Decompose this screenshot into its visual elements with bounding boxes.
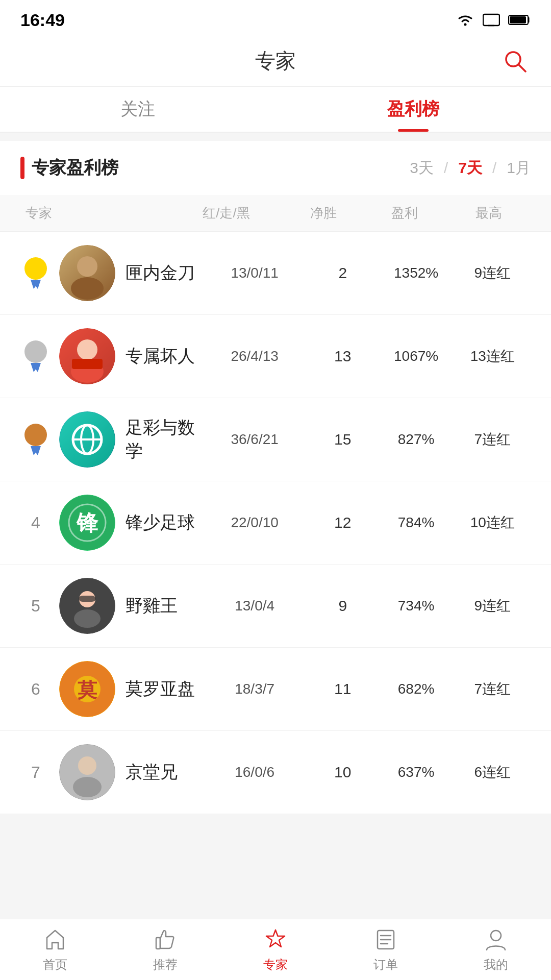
section-title: 专家盈利榜 [32, 156, 118, 180]
best-val: 9连红 [454, 263, 531, 283]
profit-val: 682% [378, 681, 455, 697]
search-button[interactable] [500, 46, 531, 77]
header: 专家 [0, 36, 551, 87]
svg-point-22 [74, 609, 101, 628]
period-7days[interactable]: 7天 [458, 158, 482, 179]
svg-text:锋: 锋 [76, 511, 98, 535]
period-1month[interactable]: 1月 [507, 158, 531, 179]
svg-point-8 [71, 277, 104, 300]
record-val: 16/0/6 [202, 764, 308, 780]
svg-point-28 [78, 756, 96, 775]
svg-rect-23 [79, 596, 96, 602]
profit-val: 784% [378, 514, 455, 531]
nav-label-order: 订单 [373, 957, 398, 973]
avatar [59, 328, 115, 384]
svg-point-10 [77, 339, 97, 360]
expert-name: 京堂兄 [126, 761, 202, 784]
rank-item[interactable]: 匣内金刀 13/0/11 2 1352% 9连红 [0, 232, 551, 315]
best-val: 13连红 [454, 347, 531, 366]
record-val: 18/3/7 [202, 681, 308, 697]
section-bar [20, 157, 24, 179]
screen-icon [483, 13, 500, 27]
page-title: 专家 [255, 47, 296, 75]
status-time: 16:49 [20, 10, 65, 30]
period-3days[interactable]: 3天 [410, 158, 434, 179]
status-bar: 16:49 [0, 0, 551, 36]
profit-val: 637% [378, 764, 455, 780]
expert-name: 专属坏人 [126, 345, 202, 368]
rank-number-5: 5 [20, 597, 51, 616]
rank-item[interactable]: 足彩与数学 36/6/21 15 827% 7连红 [0, 398, 551, 481]
svg-text:莫: 莫 [78, 679, 97, 701]
svg-line-6 [518, 64, 525, 71]
profit-val: 1352% [378, 265, 455, 281]
svg-point-35 [491, 930, 501, 941]
best-val: 7连红 [454, 679, 531, 699]
nav-label-mine: 我的 [484, 957, 508, 973]
rank-item[interactable]: 5 野雞王 13/0/4 9 734% 9连红 [0, 565, 551, 648]
expert-name: 匣内金刀 [126, 261, 202, 285]
net-val: 12 [308, 514, 378, 531]
svg-rect-30 [156, 938, 160, 949]
best-val: 6连红 [454, 763, 531, 782]
record-val: 26/4/13 [202, 348, 308, 364]
net-val: 15 [308, 431, 378, 448]
section-header: 专家盈利榜 3天 / 7天 / 1月 [0, 141, 551, 195]
rank-item[interactable]: 6 莫 莫罗亚盘 18/3/7 11 682% 7连红 [0, 648, 551, 731]
rank-item[interactable]: 专属坏人 26/4/13 13 1067% 13连红 [0, 315, 551, 398]
period-filter: 3天 / 7天 / 1月 [410, 158, 531, 179]
record-val: 13/0/4 [202, 598, 308, 614]
col-header-profit: 盈利 [362, 204, 446, 222]
best-val: 9连红 [454, 596, 531, 616]
rank-medal-2 [20, 340, 51, 372]
search-icon [502, 48, 529, 75]
rank-number-6: 6 [20, 680, 51, 699]
svg-rect-4 [510, 16, 526, 23]
net-val: 2 [308, 264, 378, 282]
rank-number-4: 4 [20, 513, 51, 532]
nav-item-expert[interactable]: 专家 [220, 919, 331, 980]
nav-label-home: 首页 [43, 957, 67, 973]
nav-item-recommend[interactable]: 推荐 [110, 919, 220, 980]
avatar: 锋 [59, 495, 115, 551]
user-icon [483, 927, 509, 952]
avatar: 莫 [59, 661, 115, 717]
wifi-icon [456, 13, 474, 27]
net-val: 10 [308, 764, 378, 781]
svg-rect-1 [483, 14, 499, 26]
profit-val: 827% [378, 431, 455, 448]
profit-val: 734% [378, 598, 455, 614]
nav-label-recommend: 推荐 [153, 957, 178, 973]
rank-item[interactable]: 4 锋 锋少足球 22/0/10 12 784% 10连红 [0, 481, 551, 565]
section-title-wrap: 专家盈利榜 [20, 156, 118, 180]
col-header-expert: 专家 [20, 204, 168, 222]
col-header-record: 红/走/黑 [168, 204, 284, 222]
expert-name: 足彩与数学 [126, 416, 202, 463]
col-header-net: 净胜 [285, 204, 362, 222]
bottom-nav: 首页 推荐 专家 订单 [0, 919, 551, 980]
table-header: 专家 红/走/黑 净胜 盈利 最高 [0, 195, 551, 232]
tab-yinglibang[interactable]: 盈利榜 [276, 87, 551, 132]
list-icon [373, 927, 398, 952]
tab-bar: 关注 盈利榜 [0, 87, 551, 133]
avatar [59, 411, 115, 468]
nav-item-order[interactable]: 订单 [331, 919, 441, 980]
record-val: 36/6/21 [202, 431, 308, 448]
expert-name: 莫罗亚盘 [126, 677, 202, 701]
profit-val: 1067% [378, 348, 455, 364]
rank-list: 匣内金刀 13/0/11 2 1352% 9连红 专属坏人 [0, 232, 551, 814]
net-val: 11 [308, 680, 378, 698]
thumb-icon [153, 927, 178, 952]
rank-number-7: 7 [20, 763, 51, 782]
svg-point-0 [464, 23, 467, 26]
tab-guanzhu[interactable]: 关注 [0, 87, 276, 132]
rank-item[interactable]: 7 京堂兄 16/0/6 10 637% 6连红 [0, 731, 551, 814]
avatar [59, 245, 115, 301]
best-val: 10连红 [454, 513, 531, 532]
net-val: 13 [308, 348, 378, 365]
record-val: 13/0/11 [202, 265, 308, 281]
nav-item-mine[interactable]: 我的 [441, 919, 551, 980]
nav-item-home[interactable]: 首页 [0, 919, 110, 980]
rank-medal-3 [20, 424, 51, 455]
svg-point-29 [73, 777, 102, 797]
